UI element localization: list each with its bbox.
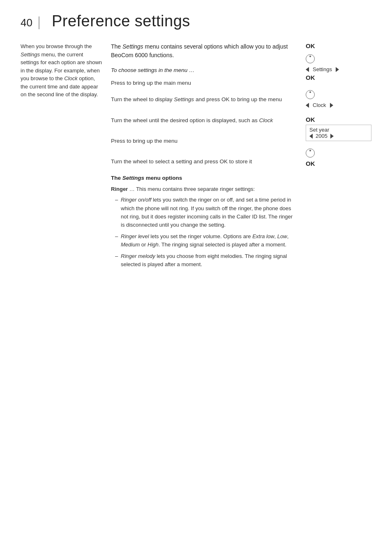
step-text-5: Turn the wheel to select a setting and p…: [111, 158, 297, 166]
ok-label-3: OK: [306, 116, 371, 123]
settings-options-title: The Settings menu options: [111, 175, 297, 181]
settings-italic-step2: Settings: [174, 96, 194, 102]
step-text-2: Turn the wheel to display Settings and p…: [111, 95, 297, 104]
ringer-melody-label: Ringer melody: [121, 253, 155, 259]
ok-label-1: OK: [306, 42, 371, 49]
left-column: When you browse through the Settings men…: [21, 42, 111, 272]
settings-italic-intro: Settings: [122, 43, 143, 50]
high-label: High: [148, 241, 159, 248]
step-row-3: Turn the wheel until the desired option …: [111, 116, 297, 125]
section-title: To choose settings in the menu …: [111, 67, 297, 73]
set-year-nav-row: Set year: [309, 127, 368, 133]
ui-step-ok-setyear: OK Set year 2005: [306, 116, 371, 141]
step-row-1: Press to bring up the main menu: [111, 79, 297, 87]
clock-italic: Clock: [64, 75, 78, 81]
settings-italic: Settings: [21, 51, 40, 58]
wheel-dot-3: [309, 150, 311, 151]
arrow-left-year: [309, 134, 313, 139]
year-value: 2005: [314, 133, 329, 139]
ok-label-4: OK: [306, 160, 371, 167]
left-column-text: When you browse through the Settings men…: [21, 42, 103, 99]
ui-step-wheel-settings: Settings OK: [306, 54, 371, 83]
ui-step-wheel-clock: Clock: [306, 90, 371, 109]
set-year-label: Set year: [309, 127, 368, 133]
options-list: Ringer on/off lets you switch the ringer…: [111, 196, 297, 269]
step-row-4: Press to bring up the menu: [111, 137, 297, 145]
arrow-right-clock: [330, 103, 333, 108]
step-text-3: Turn the wheel until the desired option …: [111, 116, 297, 125]
list-item: Ringer level lets you set the ringer vol…: [115, 232, 297, 249]
ringer-level-label: Ringer level: [121, 233, 149, 239]
list-item: Ringer on/off lets you switch the ringer…: [115, 196, 297, 229]
step-text-1: Press to bring up the main menu: [111, 79, 297, 87]
set-year-display: Set year 2005: [306, 125, 371, 141]
settings-options-section: The Settings menu options Ringer … This …: [111, 175, 297, 269]
wheel-icon-1: [306, 54, 315, 63]
settings-display-label: Settings: [310, 66, 334, 73]
options-body: Ringer … This menu contains three separa…: [111, 185, 297, 269]
ui-step-wheel-ok: OK: [306, 149, 371, 169]
main-content: When you browse through the Settings men…: [21, 42, 371, 272]
extra-low-label: Extra low: [252, 233, 274, 239]
step-row-2: Turn the wheel to display Settings and p…: [111, 95, 297, 104]
step-row-5: Turn the wheel to select a setting and p…: [111, 158, 297, 166]
low-label: Low: [277, 233, 287, 239]
ringer-onoff-label: Ringer on/off: [121, 197, 151, 203]
page-number: 40: [21, 16, 39, 29]
arrow-left-settings: [306, 67, 309, 72]
arrow-right-year: [330, 134, 334, 139]
clock-display-label: Clock: [310, 102, 329, 109]
list-item: Ringer melody lets you choose from eight…: [115, 252, 297, 269]
ui-step-ok1: OK: [306, 42, 371, 51]
intro-heading: The Settings menu contains several optio…: [111, 42, 297, 60]
arrow-left-clock: [306, 103, 309, 108]
arrow-right-settings: [336, 67, 339, 72]
ringer-heading: Ringer: [111, 186, 128, 192]
wheel-dot: [309, 56, 311, 57]
page-container: 40 Preference settings When you browse t…: [0, 0, 392, 285]
settings-italic-options: Settings: [122, 175, 144, 181]
wheel-icon-3: [306, 149, 315, 158]
clock-italic-step3: Clock: [259, 117, 273, 123]
display-settings-row: Settings: [306, 66, 371, 73]
wheel-icon-2: [306, 90, 315, 99]
wheel-dot-2: [309, 91, 311, 93]
ui-column: OK Settings OK: [306, 42, 371, 272]
right-column: The Settings menu contains several optio…: [111, 42, 371, 272]
medium-label: Medium: [121, 241, 140, 248]
page-title: Preference settings: [52, 12, 190, 30]
page-header: 40 Preference settings: [21, 12, 371, 30]
year-value-row: 2005: [309, 133, 368, 139]
display-clock-row: Clock: [306, 102, 371, 109]
instructions-column: The Settings menu contains several optio…: [111, 42, 306, 272]
ok-label-2: OK: [306, 74, 371, 81]
step-text-4: Press to bring up the menu: [111, 137, 297, 145]
ringer-intro: Ringer … This menu contains three separa…: [111, 185, 297, 193]
